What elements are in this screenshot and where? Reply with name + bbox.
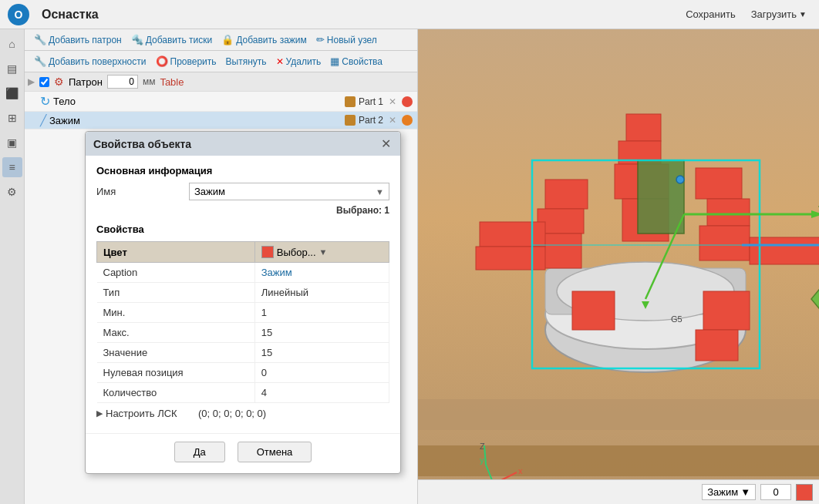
sidebar-icon-chart[interactable]: ≡ [2,157,22,177]
prop-label-cell: Количество [97,383,255,403]
sidebar-icon-home[interactable]: ⌂ [2,34,22,54]
properties-button[interactable]: ▦ Свойства [327,54,386,69]
lcs-label: Настроить ЛСК [106,408,198,419]
clamp-icon: 🔒 [221,34,234,45]
patron-checkbox[interactable] [39,77,49,87]
svg-rect-20 [480,222,545,247]
prop-label-cell: Макс. [97,323,255,343]
patron-value-input[interactable] [107,75,138,89]
caption-link[interactable]: Зажим [261,267,292,278]
prop-value-cell[interactable]: Зажим [254,263,389,283]
svg-rect-8 [545,180,588,209]
props-icon: ▦ [330,55,339,67]
check-icon: ⭕ [156,55,168,67]
node-icon: ✏ [316,34,325,45]
svg-rect-0 [418,399,819,430]
status-color-swatch[interactable] [796,484,813,501]
load-dropdown-arrow: ▼ [799,10,807,18]
svg-marker-26 [811,276,819,322]
viewport[interactable]: x y Z G5 Зажим ▼ [418,29,819,504]
color-arrow: ▼ [319,247,328,257]
extrude-button[interactable]: Вытянуть [223,54,270,69]
clamp-status [402,115,413,126]
dialog-close-button[interactable]: ✕ [379,136,393,151]
top-bar-actions: Сохранить Загрузить ▼ [681,7,811,22]
expand-icon: ▶ [28,76,35,87]
svg-text:y: y [480,455,484,465]
name-input[interactable] [194,186,376,197]
toolbar: 🔧 Добавить патрон 🔩 Добавить тиски 🔒 Доб… [25,29,417,51]
color-select-button[interactable]: Выбор... ▼ [261,246,328,258]
dialog-header: Свойства объекта ✕ [86,132,400,156]
lcs-value: (0; 0; 0; 0; 0; 0) [198,408,266,419]
sidebar-icon-layer[interactable]: ▤ [2,59,22,79]
svg-text:x: x [518,466,523,475]
clamp-close[interactable]: ✕ [386,115,399,126]
prop-value-cell: Линейный [254,283,389,303]
svg-rect-22 [638,160,684,234]
name-row: Имя ▼ [96,183,389,200]
prop-value-cell: 15 [254,343,389,363]
svg-rect-12 [707,199,750,226]
svg-point-31 [676,176,684,183]
clamp-icon-tree: ╱ [40,114,46,126]
app-title: Оснастка [42,8,99,22]
tree-item-clamp[interactable]: ╱ Зажим Part 2 ✕ [25,112,417,129]
vise-icon: 🔩 [131,34,143,45]
patron-icon-tree: ⚙ [54,76,64,88]
body-part-label: Part 1 [359,96,383,107]
table-row: ТипЛинейный [97,283,389,303]
status-dropdown-arrow: ▼ [740,486,750,498]
svg-rect-1 [418,445,819,476]
tree-item-body[interactable]: ↻ Тело Part 1 ✕ [25,92,417,112]
new-node-button[interactable]: ✏ Новый узел [313,32,380,47]
body-close[interactable]: ✕ [386,96,399,107]
props-table: Цвет Выбор... ▼ CaptionЗажимТипЛинейныйМ… [96,241,389,403]
sidebar-icon-box[interactable]: ▣ [2,133,22,153]
add-patron-button[interactable]: 🔧 Добавить патрон [31,32,125,47]
svg-rect-15 [696,330,738,361]
body-icon: ↻ [40,94,50,109]
table-row: CaptionЗажим [97,263,389,283]
table-row: Количество4 [97,383,389,403]
table-header-row: Цвет Выбор... ▼ [97,242,389,263]
prop-label-cell: Caption [97,263,255,283]
top-bar: O Оснастка Сохранить Загрузить ▼ [0,0,819,29]
svg-rect-11 [696,168,742,199]
clamp-color [345,115,356,126]
lcs-expand-arrow[interactable]: ▶ [96,408,103,418]
svg-rect-14 [703,291,750,330]
cancel-button[interactable]: Отмена [238,442,312,462]
status-value-input[interactable] [760,484,791,500]
col-value-header: Выбор... ▼ [254,242,389,263]
svg-rect-16 [572,291,615,330]
delete-button[interactable]: ✕ Удалить [273,54,325,69]
prop-value-cell: 0 [254,363,389,383]
patron-icon: 🔧 [34,34,46,45]
name-label: Имя [96,186,189,197]
check-button[interactable]: ⭕ Проверить [153,54,220,69]
sidebar-icon-grid[interactable]: ⊞ [2,108,22,128]
table-row: Значение15 [97,343,389,363]
svg-marker-28 [811,210,819,218]
sidebar-icon-tool[interactable]: ⚙ [2,182,22,202]
selected-count: Выбрано: 1 [96,205,389,216]
clamp-label: Зажим [49,115,342,126]
basic-info-title: Основная информация [96,165,389,176]
yes-button[interactable]: Да [174,442,225,462]
patron-label: Патрон [69,76,103,88]
svg-rect-13 [699,226,750,260]
app-logo: O [8,4,29,25]
status-clamp-dropdown[interactable]: Зажим ▼ [702,484,756,500]
prop-label-cell: Значение [97,343,255,363]
sidebar-icon-cube[interactable]: ⬛ [2,83,22,103]
clamp-part: Part 2 [345,115,383,126]
load-button[interactable]: Загрузить ▼ [747,7,811,22]
add-surface-button[interactable]: 🔧 Добавить поверхности [31,54,150,69]
mm-label: мм [143,76,156,87]
svg-text:G5: G5 [671,314,682,324]
add-vise-button[interactable]: 🔩 Добавить тиски [128,32,216,47]
add-clamp-button[interactable]: 🔒 Добавить зажим [218,32,310,47]
save-button[interactable]: Сохранить [681,7,740,22]
toolbar2: 🔧 Добавить поверхности ⭕ Проверить Вытян… [25,51,417,72]
